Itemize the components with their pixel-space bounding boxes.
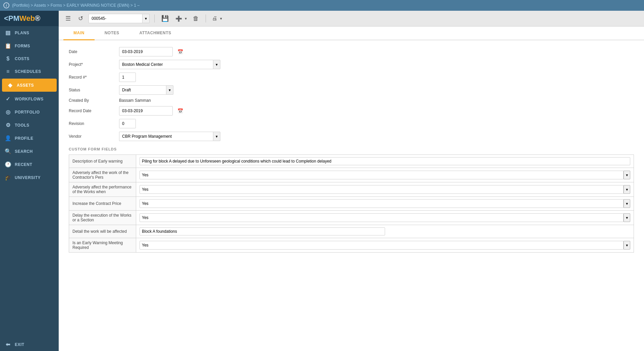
print-button-arrow[interactable]: ▼ [219,17,223,20]
project-input[interactable] [119,60,213,69]
yes-select-4: ▼ [140,213,630,222]
revision-input[interactable] [119,119,136,128]
yes-arrow-4[interactable]: ▼ [624,213,630,222]
yes-input-1[interactable] [140,171,624,179]
custom-row-3: Increase the Contract Price ▼ [69,197,634,211]
tab-bar: MAIN NOTES ATTACHMENTS [59,27,644,40]
assets-icon: ◆ [7,82,13,88]
custom-label-2: Adversely affect the performance of the … [69,182,136,197]
sidebar-label-profile: PROFILE [15,136,34,141]
record-num-input[interactable] [119,73,136,82]
sidebar-label-workflows: WORKFLOWS [15,97,44,101]
status-input[interactable] [119,85,166,95]
sidebar-item-plans[interactable]: ▤ PLANS [0,26,59,39]
project-select-container: ▼ [119,60,220,69]
sidebar-label-university: UNIVERSITY [15,175,41,180]
print-button[interactable]: 🖨 [211,14,219,23]
add-button-arrow[interactable]: ▼ [184,17,187,20]
undo-button[interactable]: ↺ [76,13,85,24]
date-input[interactable] [119,47,173,56]
menu-button[interactable]: ☰ [63,13,73,24]
sidebar-label-recent: RECENT [15,162,32,167]
sidebar-label-search: SEARCH [15,149,33,154]
sidebar-item-assets[interactable]: ◆ ASSETS [2,79,57,92]
project-select-arrow[interactable]: ▼ [213,60,220,69]
record-date-label: Record Date [69,108,116,113]
exit-icon: ⬅ [5,341,11,348]
sidebar-item-schedules[interactable]: ≡ SCHEDULES [0,65,59,78]
yes-input-2[interactable] [140,185,624,194]
custom-value-1: ▼ [136,168,634,182]
breadcrumb: (Portfolio) > Assets > Forms > EARLY WAR… [12,3,140,8]
record-date-row: Record Date 📅 [69,106,634,116]
tab-attachments[interactable]: ATTACHMENTS [129,27,181,40]
add-button-combo: ➕ ▼ [174,14,187,23]
tab-main[interactable]: MAIN [63,27,95,40]
record-select-arrow[interactable]: ▼ [142,14,150,23]
breadcrumb-portfolio[interactable]: (Portfolio) > Assets > Forms > EARLY WAR… [12,3,140,8]
sidebar-item-workflows[interactable]: ✓ WORKFLOWS [0,92,59,105]
info-icon[interactable]: i [3,2,9,8]
sidebar-label-plans: PLANS [15,31,29,35]
delete-button[interactable]: 🗑 [191,14,201,24]
record-selector-container: ▼ [89,14,150,23]
university-icon: 🎓 [5,174,11,181]
vendor-row: Vendor ▼ [69,132,634,141]
record-select[interactable] [89,14,142,23]
sidebar-item-forms[interactable]: 📋 FORMS [0,39,59,52]
custom-label-0: Description of Early warning [69,155,136,168]
tab-notes[interactable]: NOTES [95,27,129,40]
sidebar-item-recent[interactable]: 🕐 RECENT [0,158,59,171]
custom-value-0 [136,155,634,168]
status-select-arrow[interactable]: ▼ [166,85,173,95]
custom-label-1: Adversely affect the work of the Contrac… [69,168,136,182]
vendor-select-arrow[interactable]: ▼ [213,132,220,141]
custom-row-description: Description of Early warning [69,155,634,168]
sidebar-item-search[interactable]: 🔍 SEARCH [0,145,59,158]
toolbar-separator-2 [206,14,206,23]
record-date-calendar-icon[interactable]: 📅 [177,108,183,114]
yes-arrow-3[interactable]: ▼ [624,199,630,208]
status-row: Status ▼ [69,85,634,95]
sidebar-item-profile[interactable]: 👤 PROFILE [0,132,59,145]
custom-section-title: CUSTOM FORM FIELDS [69,147,634,151]
sidebar-item-university[interactable]: 🎓 UNIVERSITY [0,171,59,184]
date-calendar-icon[interactable]: 📅 [177,49,183,54]
sidebar-item-exit[interactable]: ⬅ EXIT [0,338,59,351]
sidebar-label-exit: EXIT [15,342,24,347]
form-content: Date 📅 Project* ▼ Record #* Status [59,40,644,351]
custom-input-5[interactable] [140,227,385,235]
project-row: Project* ▼ [69,60,634,69]
sidebar-label-costs: COSTS [15,56,30,61]
yes-arrow-6[interactable]: ▼ [624,241,630,250]
vendor-label: Vendor [69,134,116,139]
custom-form-table: Description of Early warning Adversely a… [69,155,634,253]
record-date-input[interactable] [119,106,173,116]
forms-icon: 📋 [5,43,11,49]
yes-arrow-1[interactable]: ▼ [624,171,630,179]
custom-label-4: Delay the execution of the Works or a Se… [69,211,136,225]
date-label: Date [69,49,116,54]
sidebar-item-portfolio[interactable]: ◎ PORTFOLIO [0,105,59,119]
record-num-row: Record #* [69,73,634,82]
yes-input-4[interactable] [140,213,624,222]
yes-select-2: ▼ [140,185,630,194]
save-button[interactable]: 💾 [159,13,171,24]
sidebar: <PMWeb® ▤ PLANS 📋 FORMS $ COSTS ≡ SCHEDU… [0,11,59,351]
sidebar-item-tools[interactable]: ⚙ TOOLS [0,119,59,132]
yes-input-6[interactable] [140,241,624,250]
yes-input-3[interactable] [140,199,624,208]
yes-select-6: ▼ [140,241,630,250]
add-button[interactable]: ➕ [174,14,183,23]
profile-icon: 👤 [5,135,11,141]
logo: <PMWeb® [4,14,40,23]
custom-value-5 [136,225,634,238]
yes-arrow-2[interactable]: ▼ [624,185,630,194]
created-by-value: Bassam Samman [119,98,151,103]
sidebar-item-costs[interactable]: $ COSTS [0,52,59,65]
custom-input-description[interactable] [140,157,630,165]
content-area: ☰ ↺ ▼ 💾 ➕ ▼ 🗑 🖨 ▼ MAIN NOTES ATTACHMENTS [59,11,644,351]
yes-select-3: ▼ [140,199,630,208]
vendor-input[interactable] [119,132,213,141]
toolbar-separator-1 [154,14,155,23]
